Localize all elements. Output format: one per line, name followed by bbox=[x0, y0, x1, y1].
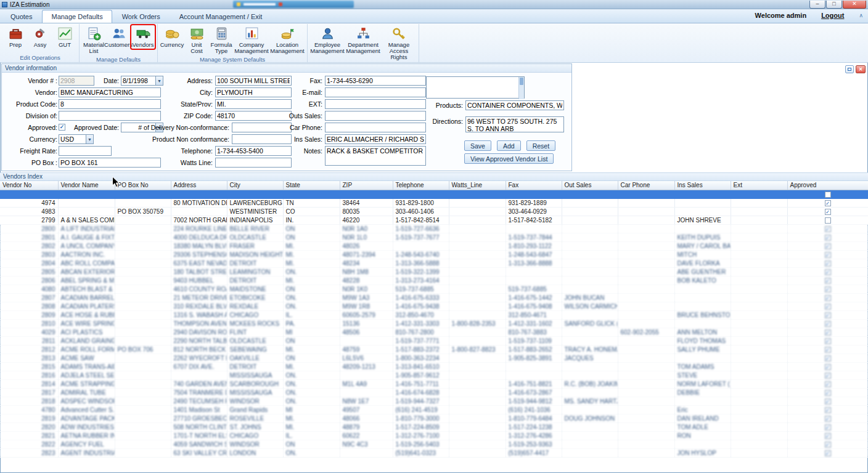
approved-checkbox[interactable] bbox=[825, 217, 831, 224]
approved-checkbox[interactable]: ✓ bbox=[825, 304, 831, 310]
notes-textarea[interactable]: RACK & BASKET COMPETITOR bbox=[325, 146, 426, 166]
vendor-row-2809[interactable]: 2809ACE HOSE & RUBBER...1316 S. WABASH A… bbox=[0, 310, 868, 319]
approved-checkbox[interactable]: ✓ bbox=[825, 416, 831, 422]
dropdown-arrow-icon[interactable]: ▼ bbox=[86, 134, 94, 144]
column-header-address[interactable]: Address bbox=[171, 181, 227, 190]
approved-checkbox[interactable]: ✓ bbox=[825, 398, 831, 405]
column-header-city[interactable]: City bbox=[227, 181, 283, 190]
vendor-row-2818[interactable]: 2818ADSPEC WINDSOR P...2490 TECUMSEH RO.… bbox=[0, 397, 868, 405]
tab-account-management-exit[interactable]: Account Management / Exit bbox=[170, 10, 272, 23]
column-header-state[interactable]: State bbox=[283, 181, 340, 190]
column-header-fax[interactable]: Fax bbox=[506, 181, 562, 190]
date-input[interactable] bbox=[121, 76, 155, 86]
ribbon-button-prep[interactable]: Prep bbox=[3, 25, 28, 49]
approved-checkbox[interactable]: ✓ bbox=[825, 433, 831, 439]
ribbon-button-company-management[interactable]: Company Management bbox=[234, 25, 269, 55]
approved-checkbox[interactable]: ✓ bbox=[825, 252, 831, 258]
tab-quotes[interactable]: Quotes bbox=[1, 10, 41, 23]
email-input[interactable] bbox=[325, 87, 426, 97]
vendor-row-2810[interactable]: 2810ACE WIRE SPRING & ...THOMPSON AVENUE… bbox=[0, 319, 868, 328]
ribbon-button-manage-access-rights[interactable]: Manage Access Rights bbox=[381, 25, 417, 62]
vendor-row-2800[interactable]: 2800A LIFT INDUSTRIAL224 ROURKE LINEBELL… bbox=[0, 224, 868, 233]
vendor-row-2812[interactable]: 2812ACME ROLL FORMIN...PO BOX 706812 NOR… bbox=[0, 345, 868, 354]
column-header-vendor-no[interactable]: Vendor No bbox=[0, 181, 58, 190]
ribbon-button-assy[interactable]: Assy bbox=[28, 25, 52, 49]
approved-checkbox[interactable]: ✓ bbox=[825, 286, 831, 293]
vendor-row-2814[interactable]: 2814ACME STRAPPING INC.740 GARDEN AVENUE… bbox=[0, 379, 868, 388]
zip-code-input[interactable] bbox=[215, 111, 292, 121]
product-code-input[interactable] bbox=[59, 99, 161, 109]
vendor-row-2801[interactable]: 2801A.I. GAUGE & FIXTU...4000 DELDUCA DR… bbox=[0, 233, 868, 241]
vendor-row-2802[interactable]: 2802A UNCIL COMPANY18380 MALYN BLVD.FRAS… bbox=[0, 241, 868, 250]
column-header-out-sales[interactable]: Out Sales bbox=[562, 181, 618, 190]
tab-work-orders[interactable]: Work Orders bbox=[113, 10, 170, 23]
ins-sales-input[interactable] bbox=[325, 134, 426, 144]
outs-sales-input[interactable] bbox=[325, 111, 426, 121]
window-titlebar[interactable]: IZA Estimation – □ ✕ bbox=[0, 0, 868, 9]
column-header-zip[interactable]: ZIP bbox=[340, 181, 393, 190]
scrollbar[interactable] bbox=[518, 77, 524, 99]
vendor-row-new[interactable] bbox=[0, 190, 868, 198]
vendor-row-2806[interactable]: 2806ABEL SPRING & MAN...9403 HUBBELDETRO… bbox=[0, 276, 868, 285]
currency-combobox[interactable]: ▼ bbox=[59, 134, 94, 144]
directions-textarea[interactable]: 96 WEST TO 275 SOUTH. 275 S. TO ANN ARB bbox=[465, 116, 564, 132]
maximize-button[interactable]: □ bbox=[826, 1, 842, 9]
ribbon-button-department-management[interactable]: Department Management bbox=[345, 25, 381, 55]
column-header-watts-line[interactable]: Watts_Line bbox=[449, 181, 506, 190]
date-combobox[interactable]: ▼ bbox=[121, 76, 163, 86]
reset-button[interactable]: Reset bbox=[526, 140, 555, 151]
dropdown-arrow-icon[interactable]: ▼ bbox=[155, 76, 163, 86]
approved-checkbox[interactable]: ✓ bbox=[825, 407, 831, 413]
approved-checkbox[interactable]: ✓ bbox=[825, 338, 831, 344]
ribbon-button-formula-type[interactable]: Formula Type bbox=[209, 25, 234, 55]
column-header-car-phone[interactable]: Car Phone bbox=[618, 181, 674, 190]
view-approved-vendor-list-button[interactable]: View Approved Vendor List bbox=[464, 153, 554, 164]
column-header-ext[interactable]: Ext bbox=[731, 181, 787, 190]
ribbon-button-location-management[interactable]: Location Management bbox=[269, 25, 305, 55]
vendor-row-2822[interactable]: 2822AGENCY FUEL4059 SANDWICH ST.WINDSORO… bbox=[0, 440, 868, 448]
column-header-vendor-name[interactable]: Vendor Name bbox=[58, 181, 115, 190]
vendor-row-2805[interactable]: 2805ABCAN EXTERIORS I...180 TALBOT STREE… bbox=[0, 267, 868, 276]
column-header-telephone[interactable]: Telephone bbox=[393, 181, 449, 190]
state-prov-input[interactable] bbox=[215, 99, 292, 109]
vendor-row-2803[interactable]: 2803AACTRON INC.29306 STEPHENSON...MADIS… bbox=[0, 250, 868, 259]
approved-checkbox[interactable]: ✓ bbox=[825, 295, 831, 301]
approved-checkbox[interactable]: ✓ bbox=[825, 373, 831, 379]
ribbon-button-material-list[interactable]: Material List bbox=[81, 25, 106, 55]
approved-checkbox[interactable]: ✓ bbox=[825, 364, 831, 370]
vendor-row-2807[interactable]: 2807ACADIAN BARREL FI...21 METEOR DRIVEE… bbox=[0, 293, 868, 302]
ribbon-button-gut[interactable]: GUT bbox=[52, 25, 77, 49]
approved-checkbox[interactable]: ✓ bbox=[825, 269, 831, 275]
fax-input[interactable] bbox=[325, 76, 426, 86]
telephone-input[interactable] bbox=[215, 146, 292, 156]
po-box-input[interactable] bbox=[59, 158, 161, 168]
ribbon-button-customers[interactable]: Customers bbox=[106, 25, 131, 49]
vendor-row-2804[interactable]: 2804ABC ROLL COMPANY6375 EAST NEVADA A..… bbox=[0, 259, 868, 267]
approved-checkbox[interactable]: ✓ bbox=[825, 381, 831, 387]
watts-line-input[interactable] bbox=[215, 158, 292, 168]
comments-textarea[interactable] bbox=[426, 76, 525, 99]
vendor-row-4974[interactable]: 497480 MOTIVATION DRIVELAWRENCEBURGTN384… bbox=[0, 198, 868, 207]
approved-checkbox[interactable]: ✓ bbox=[825, 442, 831, 448]
vendor-row-2811[interactable]: 2811ACKLAND GRAINGER2290 NORTH TALBOTOLD… bbox=[0, 336, 868, 345]
save-button[interactable]: Save bbox=[464, 140, 491, 151]
approved-checkbox[interactable]: ✓ bbox=[825, 209, 831, 215]
approved-checkbox[interactable]: ✓ bbox=[59, 124, 65, 131]
logout-link[interactable]: Logout bbox=[821, 12, 844, 19]
minimize-button[interactable]: – bbox=[809, 1, 825, 9]
close-panel-button[interactable]: ✕ bbox=[856, 65, 866, 73]
approved-checkbox[interactable]: ✓ bbox=[825, 312, 831, 318]
address-input[interactable] bbox=[215, 76, 292, 86]
approved-checkbox[interactable]: ✓ bbox=[825, 321, 831, 327]
restore-panel-button[interactable] bbox=[845, 65, 854, 73]
vendor-row-2821[interactable]: 2821AETNA RUBBER INC.1701-T NORTH ELST..… bbox=[0, 431, 868, 440]
ribbon-button-currency[interactable]: Currency bbox=[160, 25, 184, 49]
approved-checkbox[interactable]: ✓ bbox=[825, 390, 831, 396]
approved-checkbox[interactable]: ✓ bbox=[825, 329, 831, 336]
approved-checkbox[interactable]: ✓ bbox=[825, 243, 831, 249]
freight-rate-input[interactable] bbox=[59, 146, 112, 156]
division-of-input[interactable] bbox=[59, 111, 161, 121]
collapse-ribbon-icon[interactable]: ∧ bbox=[859, 12, 863, 18]
vendor-name-input[interactable] bbox=[59, 87, 161, 97]
approved-checkbox[interactable]: ✓ bbox=[825, 347, 831, 353]
